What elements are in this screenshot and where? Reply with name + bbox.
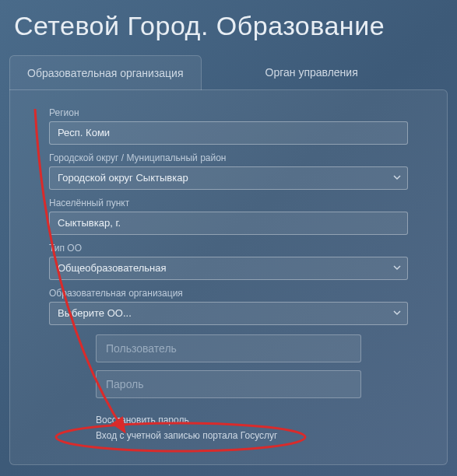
- region-select[interactable]: Респ. Коми: [49, 121, 408, 145]
- recover-password-link[interactable]: Восстановить пароль: [96, 412, 408, 428]
- tabs: Образовательная организация Орган управл…: [0, 55, 457, 90]
- tab-org[interactable]: Образовательная организация: [9, 55, 202, 90]
- locality-select[interactable]: Сыктывкар, г.: [49, 212, 408, 235]
- app-title: Сетевой Город. Образование: [0, 0, 457, 55]
- password-input[interactable]: [96, 370, 361, 398]
- login-panel: Регион Респ. Коми Городской округ / Муни…: [9, 89, 448, 465]
- district-label: Городской округ / Муниципальный район: [49, 152, 408, 163]
- org-label: Образовательная организация: [49, 288, 408, 299]
- region-label: Регион: [49, 107, 408, 118]
- locality-label: Населённый пункт: [49, 198, 408, 208]
- orgtype-select[interactable]: Общеобразовательная: [49, 257, 408, 280]
- district-select[interactable]: Городской округ Сыктывкар: [49, 166, 408, 190]
- orgtype-label: Тип ОО: [49, 243, 408, 254]
- gosuslugi-login-link[interactable]: Вход с учетной записью портала Госуслуг: [96, 428, 408, 443]
- org-select[interactable]: Выберите ОО...: [49, 302, 408, 325]
- tab-gov[interactable]: Орган управления: [248, 55, 375, 90]
- username-input[interactable]: [96, 334, 361, 362]
